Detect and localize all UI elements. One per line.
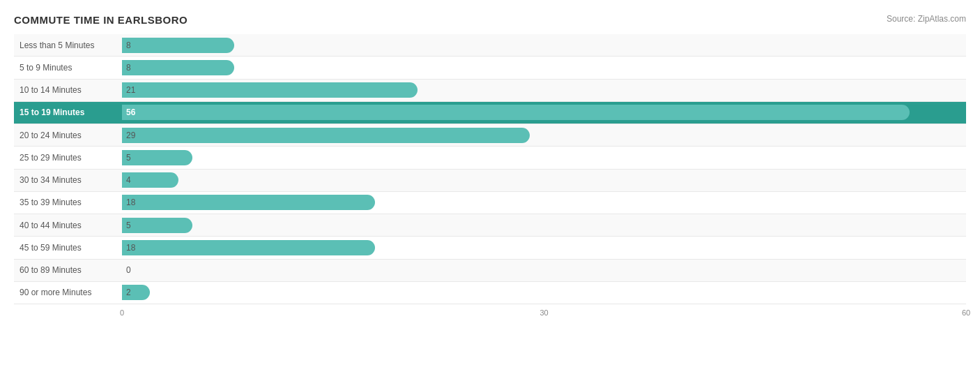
- bar-area: 4: [122, 170, 966, 191]
- bar-label: 5 to 9 Minutes: [14, 63, 122, 73]
- bar-row: 15 to 19 Minutes56: [14, 102, 966, 124]
- bar-value: 4: [126, 175, 131, 185]
- bar-value: 18: [126, 198, 135, 207]
- bar-area: 18: [122, 192, 966, 214]
- bar-value: 8: [126, 40, 131, 50]
- bar-label: 45 to 59 Minutes: [14, 243, 122, 253]
- x-tick: 0: [120, 308, 124, 317]
- bar-area: 21: [122, 80, 966, 101]
- bar-value: 8: [126, 63, 131, 73]
- bar-area: 5: [122, 147, 966, 168]
- x-tick: 30: [539, 308, 548, 317]
- bar-row: 30 to 34 Minutes4: [14, 170, 966, 192]
- bar-row: 20 to 24 Minutes29: [14, 124, 966, 147]
- bar-label: 30 to 34 Minutes: [14, 175, 122, 185]
- bar-area: 56: [122, 102, 966, 124]
- bar-fill: 8: [122, 38, 234, 53]
- bar-label: 40 to 44 Minutes: [14, 221, 122, 230]
- bar-area: 8: [122, 57, 966, 78]
- bar-fill: 18: [122, 240, 375, 255]
- bar-row: 60 to 89 Minutes0: [14, 260, 966, 282]
- bar-label: 20 to 24 Minutes: [14, 131, 122, 140]
- bar-fill: 8: [122, 60, 234, 75]
- bar-row: 40 to 44 Minutes5: [14, 214, 966, 237]
- bar-row: 5 to 9 Minutes8: [14, 57, 966, 79]
- bar-label: 15 to 19 Minutes: [14, 107, 122, 117]
- bar-value: 5: [126, 153, 131, 163]
- bar-value: 0: [126, 265, 131, 275]
- bar-label: 35 to 39 Minutes: [14, 198, 122, 207]
- bar-fill: 4: [122, 172, 178, 188]
- bar-area: 2: [122, 282, 966, 304]
- bar-value: 21: [126, 85, 135, 95]
- bar-label: 60 to 89 Minutes: [14, 265, 122, 275]
- bar-value: 18: [126, 243, 135, 253]
- bar-row: 90 or more Minutes2: [14, 282, 966, 304]
- bar-value: 2: [126, 288, 131, 297]
- bar-fill: 5: [122, 150, 192, 165]
- bar-area: 5: [122, 214, 966, 236]
- bar-fill: 56: [122, 105, 910, 120]
- bar-row: 25 to 29 Minutes5: [14, 147, 966, 169]
- bar-area: 8: [122, 34, 966, 56]
- bar-value: 56: [126, 107, 135, 117]
- bar-row: 10 to 14 Minutes21: [14, 80, 966, 102]
- bar-row: 35 to 39 Minutes18: [14, 192, 966, 214]
- bar-area: 18: [122, 237, 966, 258]
- bar-label: 10 to 14 Minutes: [14, 85, 122, 95]
- chart-container: COMMUTE TIME IN EARLSBORO Source: ZipAtl…: [0, 0, 980, 365]
- bar-value: 5: [126, 221, 131, 230]
- bar-label: 25 to 29 Minutes: [14, 153, 122, 163]
- chart-source: Source: ZipAtlas.com: [887, 14, 966, 24]
- bar-fill: 29: [122, 128, 530, 143]
- chart-title: COMMUTE TIME IN EARLSBORO: [14, 14, 187, 26]
- bar-label: 90 or more Minutes: [14, 288, 122, 297]
- chart-header: COMMUTE TIME IN EARLSBORO Source: ZipAtl…: [14, 14, 966, 26]
- bar-area: 29: [122, 124, 966, 146]
- bar-row: Less than 5 Minutes8: [14, 34, 966, 57]
- bar-label: Less than 5 Minutes: [14, 40, 122, 50]
- bar-row: 45 to 59 Minutes18: [14, 237, 966, 259]
- bar-area: 0: [122, 260, 966, 281]
- bar-fill: 5: [122, 218, 192, 233]
- chart-body: Less than 5 Minutes85 to 9 Minutes810 to…: [14, 34, 966, 308]
- bar-value: 29: [126, 131, 135, 140]
- bar-fill: 2: [122, 285, 150, 300]
- bar-fill: 18: [122, 195, 375, 210]
- x-tick: 60: [962, 308, 970, 317]
- bar-fill: 21: [122, 82, 418, 98]
